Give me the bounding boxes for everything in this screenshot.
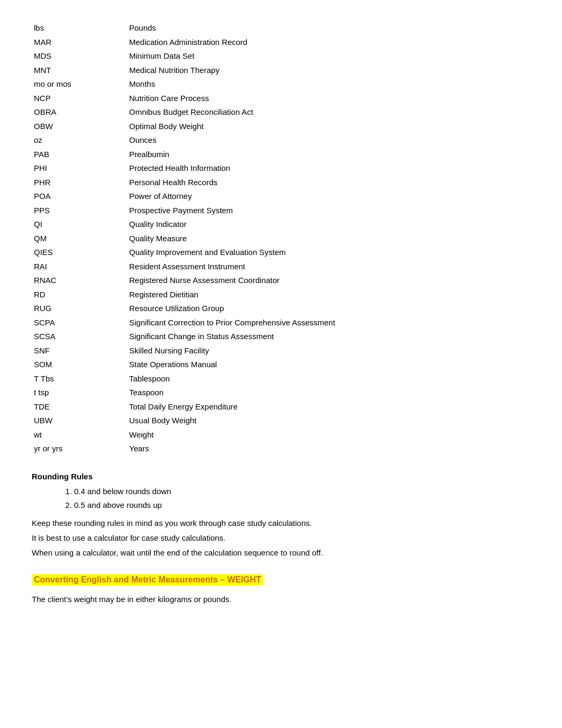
abbreviation-abbr: RNAC [32, 274, 127, 288]
abbreviation-abbr: SNF [32, 344, 127, 358]
abbreviation-row: mo or mosMonths [32, 77, 530, 92]
abbreviation-full: Significant Correction to Prior Comprehe… [127, 316, 530, 330]
abbreviation-row: SOMState Operations Manual [32, 358, 530, 372]
abbreviation-full: Medication Administration Record [127, 35, 530, 50]
abbreviation-full: State Operations Manual [127, 358, 530, 372]
abbreviation-full: Weight [127, 428, 530, 442]
abbreviation-full: Quality Indicator [127, 217, 530, 232]
abbreviation-abbr: MAR [32, 35, 127, 50]
abbreviation-row: lbsPounds [32, 21, 530, 35]
abbreviation-abbr: RD [32, 288, 127, 302]
abbreviation-full: Minimum Data Set [127, 49, 530, 63]
abbreviation-full: Registered Nurse Assessment Coordinator [127, 274, 530, 288]
abbreviation-row: t tspTeaspoon [32, 386, 530, 400]
abbreviation-row: RUGResource Utilization Group [32, 302, 530, 316]
abbreviation-full: Ounces [127, 133, 530, 148]
abbreviation-row: PHIProtected Health Information [32, 161, 530, 176]
abbreviation-abbr: QI [32, 217, 127, 232]
abbreviation-abbr: t tsp [32, 386, 127, 400]
abbreviation-full: Skilled Nursing Facility [127, 344, 530, 358]
abbreviation-abbr: RUG [32, 302, 127, 316]
abbreviation-row: ozOunces [32, 133, 530, 148]
abbreviation-row: MDSMinimum Data Set [32, 49, 530, 63]
abbreviation-full: Protected Health Information [127, 161, 530, 176]
abbreviation-abbr: UBW [32, 414, 127, 428]
abbreviation-full: Omnibus Budget Reconciliation Act [127, 105, 530, 120]
abbreviation-row: SNFSkilled Nursing Facility [32, 344, 530, 358]
rounding-list: 0.4 and below rounds down0.5 and above r… [74, 485, 530, 512]
abbreviation-abbr: lbs [32, 21, 127, 35]
abbreviation-row: SCPASignificant Correction to Prior Comp… [32, 316, 530, 330]
abbreviation-abbr: NCP [32, 92, 127, 106]
abbreviation-full: Pounds [127, 21, 530, 35]
abbreviation-table: lbsPoundsMARMedication Administration Re… [32, 21, 530, 456]
abbreviation-abbr: TDE [32, 400, 127, 414]
abbreviation-abbr: SOM [32, 358, 127, 372]
abbreviation-abbr: QIES [32, 245, 127, 260]
abbreviation-abbr: SCSA [32, 330, 127, 344]
abbreviation-row: RDRegistered Dietitian [32, 288, 530, 302]
abbreviation-row: RAIResident Assessment Instrument [32, 260, 530, 274]
converting-intro: The client’s weight may be in either kil… [32, 593, 530, 606]
abbreviation-full: Optimal Body Weight [127, 120, 530, 134]
abbreviation-full: Prealbumin [127, 148, 530, 162]
abbreviation-full: Tablespoon [127, 372, 530, 386]
abbreviation-row: UBWUsual Body Weight [32, 414, 530, 428]
abbreviation-abbr: SCPA [32, 316, 127, 330]
abbreviation-abbr: T Tbs [32, 372, 127, 386]
converting-heading: Converting English and Metric Measuremen… [32, 575, 530, 585]
converting-section: Converting English and Metric Measuremen… [32, 575, 530, 606]
abbreviation-row: QIQuality Indicator [32, 217, 530, 232]
rounding-rule-item: 0.4 and below rounds down [74, 485, 530, 498]
abbreviation-row: yr or yrsYears [32, 442, 530, 456]
abbreviation-abbr: RAI [32, 260, 127, 274]
abbreviation-row: PABPrealbumin [32, 148, 530, 162]
abbreviation-abbr: PPS [32, 204, 127, 218]
abbreviation-full: Quality Improvement and Evaluation Syste… [127, 245, 530, 260]
abbreviation-row: MNTMedical Nutrition Therapy [32, 63, 530, 78]
abbreviation-full: Resource Utilization Group [127, 302, 530, 316]
abbreviation-abbr: wt [32, 428, 127, 442]
abbreviation-full: Registered Dietitian [127, 288, 530, 302]
abbreviation-full: Power of Attorney [127, 189, 530, 204]
abbreviation-abbr: OBW [32, 120, 127, 134]
abbreviation-full: Resident Assessment Instrument [127, 260, 530, 274]
abbreviation-abbr: PHR [32, 176, 127, 190]
abbreviation-row: RNACRegistered Nurse Assessment Coordina… [32, 274, 530, 288]
abbreviation-abbr: MDS [32, 49, 127, 63]
abbreviation-abbr: PHI [32, 161, 127, 176]
abbreviation-row: T TbsTablespoon [32, 372, 530, 386]
abbreviation-full: Medical Nutrition Therapy [127, 63, 530, 78]
abbreviation-abbr: MNT [32, 63, 127, 78]
rounding-note: Keep these rounding rules in mind as you… [32, 517, 530, 530]
abbreviation-row: TDETotal Daily Energy Expenditure [32, 400, 530, 414]
rounding-rule-item: 0.5 and above rounds up [74, 499, 530, 512]
abbreviation-row: MARMedication Administration Record [32, 35, 530, 50]
abbreviation-abbr: QM [32, 232, 127, 246]
abbreviation-full: Nutrition Care Process [127, 92, 530, 106]
abbreviation-row: POAPower of Attorney [32, 189, 530, 204]
rounding-rules-section: Rounding Rules 0.4 and below rounds down… [32, 472, 530, 559]
abbreviation-full: Personal Health Records [127, 176, 530, 190]
abbreviation-row: OBWOptimal Body Weight [32, 120, 530, 134]
abbreviation-full: Prospective Payment System [127, 204, 530, 218]
abbreviation-abbr: oz [32, 133, 127, 148]
abbreviation-full: Months [127, 77, 530, 92]
abbreviation-row: NCPNutrition Care Process [32, 92, 530, 106]
abbreviation-abbr: OBRA [32, 105, 127, 120]
abbreviation-abbr: PAB [32, 148, 127, 162]
abbreviation-abbr: yr or yrs [32, 442, 127, 456]
abbreviation-row: PHRPersonal Health Records [32, 176, 530, 190]
rounding-note: It is best to use a calculator for case … [32, 532, 530, 544]
abbreviation-row: OBRAOmnibus Budget Reconciliation Act [32, 105, 530, 120]
abbreviation-full: Usual Body Weight [127, 414, 530, 428]
abbreviation-full: Quality Measure [127, 232, 530, 246]
rounding-rules-title: Rounding Rules [32, 472, 530, 481]
abbreviation-abbr: POA [32, 189, 127, 204]
abbreviation-row: wtWeight [32, 428, 530, 442]
abbreviation-row: SCSASignificant Change in Status Assessm… [32, 330, 530, 344]
abbreviation-abbr: mo or mos [32, 77, 127, 92]
abbreviation-row: QMQuality Measure [32, 232, 530, 246]
abbreviation-full: Significant Change in Status Assessment [127, 330, 530, 344]
abbreviation-row: PPSProspective Payment System [32, 204, 530, 218]
